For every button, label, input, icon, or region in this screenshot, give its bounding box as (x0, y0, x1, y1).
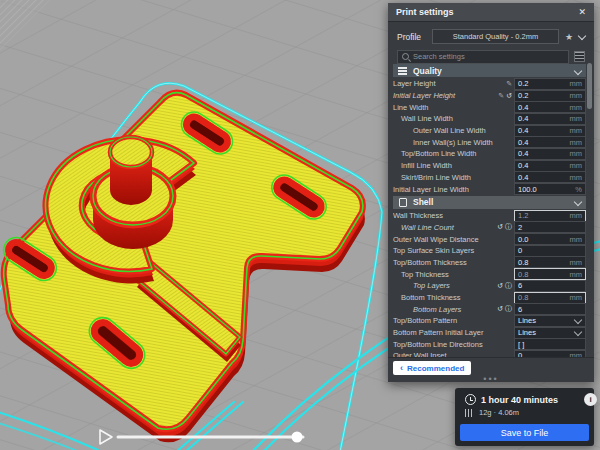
setting-value: Lines (518, 316, 575, 325)
material-usage: 12g · 4.06m (479, 408, 519, 417)
setting-value-field[interactable]: 6 (514, 303, 586, 315)
setting-value-field[interactable]: 0.4mm (514, 125, 586, 137)
setting-value-field[interactable]: 0.4mm (514, 171, 586, 183)
setting-value: [ ] (518, 340, 582, 349)
save-to-file-button[interactable]: Save to File (460, 424, 589, 441)
chevron-down-icon[interactable] (578, 31, 586, 39)
revert-icon[interactable]: ↺ (497, 223, 503, 231)
setting-value-field[interactable]: 0.8mm (514, 268, 586, 280)
setting-row: Top/Bottom Thickness0.8mm (393, 257, 586, 269)
section-label: Shell (413, 197, 575, 207)
setting-label: Infill Line Width (393, 161, 514, 170)
setting-label: Initial Layer Line Width (393, 185, 514, 194)
setting-unit: mm (570, 293, 583, 302)
chevron-down-icon (574, 316, 582, 324)
setting-unit: mm (570, 258, 583, 267)
scrollbar-thumb[interactable] (587, 63, 592, 109)
section-label: Quality (413, 66, 575, 76)
setting-value: 0.2 (518, 79, 570, 88)
panel-title: Print settings (396, 7, 578, 17)
setting-value: 0.4 (518, 138, 570, 147)
setting-row: Outer Wall Line Width0.4mm (393, 125, 586, 137)
filter-icon[interactable] (574, 51, 585, 62)
setting-unit: mm (570, 270, 583, 279)
setting-label: Top Thickness (393, 270, 514, 279)
revert-icon[interactable]: ↺ (506, 92, 512, 100)
setting-row: Wall Thickness1.2mm (393, 210, 586, 222)
setting-label: Bottom Layers (393, 305, 497, 314)
setting-value: 0.4 (518, 126, 570, 135)
setting-value-field[interactable]: 1.2mm (514, 210, 586, 222)
info-icon[interactable]: ⓘ (505, 304, 512, 314)
star-icon[interactable]: ★ (565, 32, 573, 42)
setting-unit: mm (570, 161, 583, 170)
revert-icon[interactable]: ↺ (497, 282, 503, 290)
info-icon[interactable]: i (584, 393, 597, 406)
setting-unit: mm (570, 211, 583, 220)
setting-value-field[interactable]: 0.0mm (514, 233, 586, 245)
setting-value: 0.8 (518, 293, 570, 302)
setting-value-field[interactable]: [ ] (514, 338, 586, 350)
setting-value-field[interactable]: 0 (514, 245, 586, 257)
layer-slider-handle[interactable] (292, 432, 303, 443)
revert-icon[interactable]: ↺ (497, 305, 503, 313)
section-header-quality[interactable]: Quality (393, 64, 586, 77)
profile-label: Profile (397, 32, 432, 42)
setting-row: Top Thickness0.8mm (393, 268, 586, 280)
setting-value-field[interactable]: 0.8mm (514, 292, 586, 304)
setting-value-field[interactable]: 0.4mm (514, 113, 586, 125)
setting-row: Top Layers↺ⓘ6 (393, 280, 586, 292)
panel-header[interactable]: Print settings ✕ (388, 3, 594, 22)
setting-value-field[interactable]: 0mm (514, 350, 586, 357)
output-summary-box: 1 hour 40 minutes i 12g · 4.06m Save to … (455, 388, 594, 446)
setting-label: Inner Wall(s) Line Width (393, 138, 514, 147)
setting-unit: mm (570, 235, 583, 244)
setting-label: Layer Height (393, 79, 506, 88)
pencil-icon[interactable]: ✎ (498, 92, 504, 100)
setting-value-field[interactable]: 6 (514, 280, 586, 292)
setting-unit: mm (570, 126, 583, 135)
setting-value-field[interactable]: 100.0% (514, 183, 586, 195)
close-icon[interactable]: ✕ (578, 7, 586, 17)
setting-value-field[interactable]: 0.2mm (514, 90, 586, 102)
setting-row: Top/Bottom Line Width0.4mm (393, 148, 586, 160)
setting-value: 0.0 (518, 235, 570, 244)
setting-unit: mm (570, 138, 583, 147)
setting-value-field[interactable]: 0.4mm (514, 136, 586, 148)
setting-value: 6 (518, 281, 582, 290)
cura-window: Print settings ✕ Profile Standard Qualit… (0, 0, 600, 450)
setting-row: Initial Layer Line Width100.0% (393, 183, 586, 195)
profile-dropdown[interactable]: Standard Quality - 0.2mm (432, 29, 559, 44)
info-icon[interactable]: ⓘ (505, 281, 512, 291)
setting-value-field[interactable]: 0.8mm (514, 256, 586, 268)
shell-icon (398, 198, 407, 206)
setting-value-field[interactable]: 0.4mm (514, 160, 586, 172)
search-input[interactable]: Search settings (397, 50, 569, 64)
section-header-shell[interactable]: Shell (393, 196, 586, 209)
setting-select[interactable]: Lines (514, 327, 586, 339)
setting-value-field[interactable]: 0.4mm (514, 101, 586, 113)
pencil-icon[interactable]: ✎ (506, 80, 512, 88)
filament-icon (465, 409, 473, 417)
layers-icon (398, 67, 407, 75)
setting-value-field[interactable]: 0.4mm (514, 148, 586, 160)
save-button-label: Save to File (501, 428, 549, 438)
setting-label: Top/Bottom Thickness (393, 258, 514, 267)
panel-resize-grip[interactable]: ••• (483, 376, 498, 382)
info-icon[interactable]: ⓘ (505, 222, 512, 232)
setting-row: Top Surface Skin Layers0 (393, 245, 586, 257)
recommended-button[interactable]: ‹ Recommended (393, 361, 471, 375)
setting-value: 100.0 (518, 185, 575, 194)
setting-value-field[interactable]: 0.2mm (514, 78, 586, 90)
setting-select[interactable]: Lines (514, 315, 586, 327)
recommended-label: Recommended (407, 364, 464, 373)
setting-label: Initial Layer Height (393, 91, 498, 100)
setting-value-field[interactable]: 2 (514, 221, 586, 233)
setting-row: Wall Line Count↺ⓘ2 (393, 222, 586, 234)
setting-value: 0.2 (518, 91, 570, 100)
setting-unit: mm (570, 149, 583, 158)
setting-label: Bottom Thickness (393, 293, 514, 302)
chevron-down-icon (574, 66, 582, 74)
setting-value: 2 (518, 223, 582, 232)
print-settings-panel: Print settings ✕ Profile Standard Qualit… (388, 3, 594, 382)
